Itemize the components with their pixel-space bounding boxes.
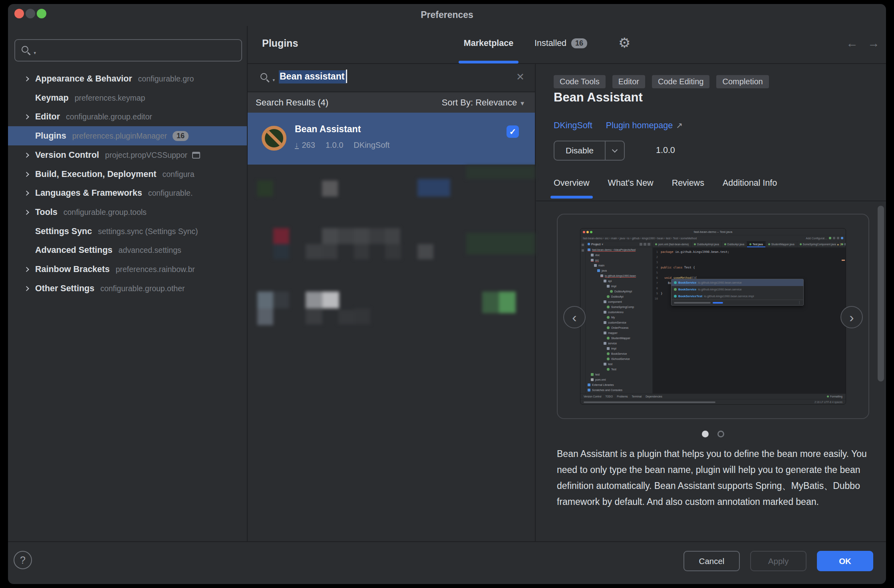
editor-tab-label: SomeSpringComponent.java bbox=[803, 243, 836, 246]
code-segment: Test { bbox=[684, 266, 695, 269]
detail-tab-what-s-new[interactable]: What's New bbox=[608, 178, 654, 200]
chevron-right-icon[interactable] bbox=[24, 76, 29, 81]
status-item: Version Control bbox=[584, 395, 601, 398]
sidebar-item-other-settings[interactable]: Other Settingsconfigurable.group.other bbox=[8, 279, 247, 298]
line-number: 2 bbox=[653, 256, 661, 259]
carousel-prev-button[interactable]: ‹ bbox=[563, 306, 586, 328]
chevron-right-icon[interactable] bbox=[24, 267, 29, 272]
forward-arrow-icon[interactable]: → bbox=[868, 36, 880, 50]
sidebar-item-version-control[interactable]: Version Controlproject.propVCSSuppor bbox=[8, 145, 247, 165]
plugin-logo-icon bbox=[262, 126, 286, 151]
sidebar-item-plugins[interactable]: Pluginspreferences.pluginManager16 bbox=[8, 126, 247, 145]
gear-icon[interactable]: ⚙ bbox=[618, 35, 630, 51]
sidebar-item-tools[interactable]: Toolsconfigurable.group.tools bbox=[8, 203, 247, 222]
plugin-version: 1.0.0 bbox=[656, 145, 675, 155]
chevron-down-icon bbox=[612, 147, 618, 153]
blurred-block bbox=[257, 181, 273, 197]
tree-item-label: component bbox=[608, 300, 622, 303]
project-tree-item: pom.xml bbox=[586, 377, 652, 382]
tree-item-label: External Libraries bbox=[592, 383, 614, 386]
chevron-right-icon[interactable] bbox=[24, 210, 29, 215]
settings-search-input[interactable]: ▾ bbox=[14, 39, 242, 62]
tree-item-label: ISchoolService bbox=[611, 358, 630, 360]
disable-dropdown-button[interactable] bbox=[606, 149, 624, 152]
disable-button-label[interactable]: Disable bbox=[554, 146, 605, 155]
tab-marketplace[interactable]: Marketplace bbox=[459, 38, 519, 48]
completion-item: BookServiceTestio.github.kings1990.bean.… bbox=[671, 293, 803, 300]
detail-tab-additional-info[interactable]: Additional Info bbox=[723, 178, 777, 200]
sidebar-item-label: Build, Execution, Deployment bbox=[35, 169, 156, 179]
tag-chip[interactable]: Editor bbox=[612, 75, 645, 88]
line-number: 8 bbox=[653, 287, 661, 290]
plugin-result-row[interactable]: Bean Assistant ↓ 263 1.0.0 DKingSoft ✓ bbox=[248, 113, 535, 165]
settings-sidebar: ▾ Appearance & Behaviorconfigurable.groK… bbox=[8, 26, 248, 541]
sidebar-item-build-execution-deployment[interactable]: Build, Execution, Deploymentconfigura bbox=[8, 165, 247, 184]
page-title: Plugins bbox=[262, 38, 298, 49]
ok-button[interactable]: OK bbox=[817, 551, 873, 571]
tag-chip[interactable]: Code Tools bbox=[554, 75, 606, 88]
blurred-block bbox=[338, 310, 354, 324]
sidebar-item-keymap[interactable]: Keymappreferences.keymap bbox=[8, 88, 247, 107]
chevron-right-icon[interactable] bbox=[24, 172, 29, 177]
tag-chip[interactable]: Code Editing bbox=[652, 75, 710, 88]
project-tree-item: component bbox=[586, 299, 652, 304]
sidebar-item-languages-frameworks[interactable]: Languages & Frameworksconfigurable. bbox=[8, 183, 247, 203]
sort-by-dropdown[interactable]: Sort By: Relevance▼ bbox=[442, 97, 525, 108]
sidebar-item-id: configurable.group.tools bbox=[64, 208, 147, 217]
class-icon bbox=[607, 295, 610, 298]
completion-path: io.github.kings1990.bean.service.impl bbox=[704, 294, 754, 298]
scrollbar-thumb[interactable] bbox=[878, 206, 884, 381]
tree-item-label: Scratches and Consoles bbox=[592, 389, 622, 391]
sidebar-item-id: configurable.group.editor bbox=[66, 112, 152, 121]
project-tree-item: DubboApiImpl bbox=[586, 289, 652, 294]
tag-chip[interactable]: Completion bbox=[716, 75, 769, 88]
sidebar-item-settings-sync[interactable]: Settings Syncsettings.sync (Settings Syn… bbox=[8, 222, 247, 241]
help-button[interactable]: ? bbox=[14, 551, 32, 569]
blurred-block bbox=[417, 179, 450, 197]
detail-tab-overview[interactable]: Overview bbox=[554, 178, 590, 200]
back-arrow-icon[interactable]: ← bbox=[846, 36, 858, 50]
search-icon: ▾ bbox=[22, 46, 34, 56]
sidebar-item-id: configurable.group.other bbox=[100, 284, 185, 293]
tab-installed[interactable]: Installed 16 bbox=[534, 38, 587, 48]
code-segment: } bbox=[661, 292, 663, 295]
project-tree-item: OrderProcess bbox=[586, 325, 652, 330]
disable-split-button[interactable]: Disable bbox=[554, 141, 625, 161]
folder-icon bbox=[591, 373, 594, 376]
cancel-button[interactable]: Cancel bbox=[683, 551, 740, 571]
blurred-block bbox=[257, 308, 273, 325]
plugin-enabled-checkbox[interactable]: ✓ bbox=[507, 125, 519, 138]
chevron-right-icon[interactable] bbox=[24, 114, 29, 119]
vendor-link[interactable]: DKingSoft bbox=[554, 121, 592, 131]
search-query-text: Bean assistant bbox=[279, 70, 346, 83]
tree-item-label: java bbox=[602, 269, 607, 272]
project-tree-item: impl bbox=[586, 284, 652, 289]
folder-icon bbox=[604, 311, 606, 314]
plugin-tags: Code ToolsEditorCode EditingCompletion bbox=[554, 75, 769, 88]
marketplace-results-panel: ▾ Bean assistant ✕ Search Results (4) So… bbox=[248, 64, 536, 541]
class-icon bbox=[607, 306, 610, 308]
carousel-next-button[interactable]: › bbox=[840, 306, 863, 328]
sidebar-item-rainbow-brackets[interactable]: Rainbow Bracketspreferences.rainbow.br bbox=[8, 260, 247, 279]
detail-tab-reviews[interactable]: Reviews bbox=[672, 178, 704, 200]
plugin-search-field[interactable]: ▾ Bean assistant ✕ bbox=[248, 64, 535, 92]
chevron-right-icon[interactable] bbox=[24, 153, 29, 158]
chevron-right-icon[interactable] bbox=[24, 191, 29, 196]
project-tree-item: Scratches and Consoles bbox=[586, 387, 652, 393]
folder-icon bbox=[604, 280, 606, 282]
carousel-dot-2[interactable] bbox=[717, 431, 724, 437]
carousel-dot-1[interactable] bbox=[702, 431, 709, 437]
homepage-link[interactable]: Plugin homepage↗ bbox=[606, 121, 683, 131]
blurred-block bbox=[482, 292, 499, 313]
tree-item-label: main bbox=[598, 264, 604, 267]
search-icon[interactable]: ▾ bbox=[260, 73, 272, 83]
clear-search-icon[interactable]: ✕ bbox=[516, 71, 524, 83]
sidebar-item-appearance-behavior[interactable]: Appearance & Behaviorconfigurable.gro bbox=[8, 69, 247, 88]
sidebar-item-advanced-settings[interactable]: Advanced Settingsadvanced.settings bbox=[8, 240, 247, 260]
editor-tab-label: DubboApiImpl.java bbox=[697, 243, 719, 246]
sidebar-item-editor[interactable]: Editorconfigurable.group.editor bbox=[8, 107, 247, 126]
sidebar-item-label: Rainbow Brackets bbox=[35, 264, 109, 274]
apply-button[interactable]: Apply bbox=[750, 551, 807, 571]
code-line: 5 bbox=[653, 270, 846, 275]
chevron-right-icon[interactable] bbox=[24, 286, 29, 291]
